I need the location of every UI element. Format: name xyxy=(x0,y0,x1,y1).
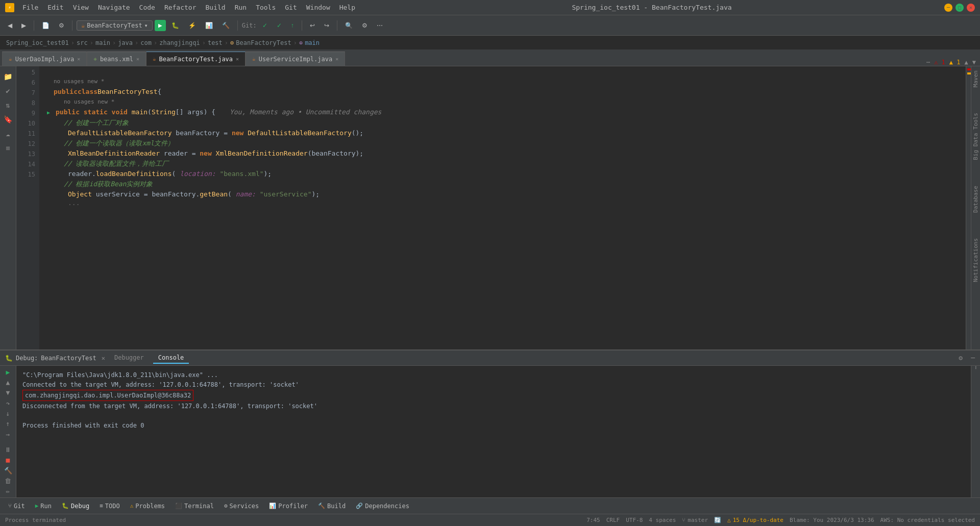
rebuild-btn[interactable]: 🔨 xyxy=(3,466,14,474)
run-tool-item[interactable]: ▶ Run xyxy=(31,502,56,511)
profiler-tool-item[interactable]: 📊 Profiler xyxy=(265,502,312,511)
redo-button[interactable]: ↪ xyxy=(321,20,333,31)
toolbar-settings[interactable]: ⚙ xyxy=(55,20,68,31)
tab-close-icon[interactable]: ✕ xyxy=(335,56,338,62)
tab-userserviceimpl[interactable]: ☕ UserServiceImpl.java ✕ xyxy=(246,52,345,66)
code-editor[interactable]: no usages new * public class BeanFactory… xyxy=(39,66,966,349)
status-encoding[interactable]: CRLF xyxy=(606,517,620,523)
debug-close-icon[interactable]: ✕ xyxy=(102,355,105,362)
menu-navigate[interactable]: Navigate xyxy=(94,3,134,12)
more-button[interactable]: ⋯ xyxy=(373,20,386,31)
menu-code[interactable]: Code xyxy=(135,3,159,12)
search-button[interactable]: 🔍 xyxy=(341,20,356,31)
step-out-btn[interactable]: ↑ xyxy=(3,420,14,428)
minimize-panel-icon[interactable]: ─ xyxy=(971,354,975,362)
breadcrumb-beanfactorytest[interactable]: BeanFactoryTest xyxy=(236,39,291,46)
scroll-down-icon[interactable]: ▼ xyxy=(972,59,976,66)
status-changes[interactable]: △ 15 Δ/up-to-date xyxy=(727,517,783,523)
build-button[interactable]: 🔨 xyxy=(218,20,233,31)
scroll-down-btn[interactable]: ▼ xyxy=(3,389,14,397)
breadcrumb-main[interactable]: main xyxy=(95,39,110,46)
build-tool-item[interactable]: 🔨 Build xyxy=(314,502,350,511)
dependencies-tool-item[interactable]: 🔗 Dependencies xyxy=(352,502,413,511)
run-to-cursor-btn[interactable]: → xyxy=(3,430,14,438)
commit-icon[interactable]: ✔ xyxy=(2,85,14,97)
step-into-btn[interactable]: ↓ xyxy=(3,409,14,417)
status-charset[interactable]: UTF-8 xyxy=(626,517,643,523)
code-content[interactable]: 5 6 7 8 9 10 11 12 13 14 15 xyxy=(16,66,966,349)
structure-icon[interactable]: ≡ xyxy=(2,142,14,154)
console-more-icon[interactable]: ⋯ xyxy=(972,366,979,369)
scroll-up-btn[interactable]: ▲ xyxy=(3,378,14,386)
breadcrumb-class[interactable]: ⊙ xyxy=(230,39,234,46)
notifications-label[interactable]: Notifications xyxy=(972,238,979,282)
tab-userdaoimpl[interactable]: ☕ UserDaoImpl.java ✕ xyxy=(2,52,87,66)
breadcrumb-project[interactable]: Spring_ioc_test01 xyxy=(6,39,69,46)
run-config-dropdown[interactable]: ☕ BeanFactoryTest ▾ xyxy=(77,20,153,31)
git-check2[interactable]: ✓ xyxy=(273,20,285,31)
problems-tool-item[interactable]: ⚠ Problems xyxy=(126,502,169,511)
console-output[interactable]: "C:\Program Files\Java\jdk1.8.0_211\bin\… xyxy=(16,366,971,497)
scroll-up-icon[interactable]: ▲ xyxy=(965,59,968,66)
close-button[interactable]: ✕ xyxy=(967,4,975,12)
delete-btn[interactable]: 🗑 xyxy=(3,477,14,485)
minimize-button[interactable]: ─ xyxy=(944,4,952,12)
menu-run[interactable]: Run xyxy=(231,3,251,12)
breadcrumb-method[interactable]: ⊕ xyxy=(299,39,303,46)
resume-button[interactable]: ▶ xyxy=(3,368,14,376)
tab-beanfactorytest[interactable]: ☕ BeanFactoryTest.java ✕ xyxy=(146,52,246,66)
status-vcs[interactable]: ⑂ master xyxy=(682,517,708,523)
status-aws[interactable]: AWS: No credentials selected xyxy=(880,517,975,523)
menu-refactor[interactable]: Refactor xyxy=(160,3,201,12)
menu-edit[interactable]: Edit xyxy=(43,3,67,12)
breadcrumb-main-method[interactable]: main xyxy=(305,39,320,46)
menu-window[interactable]: Window xyxy=(302,3,334,12)
coverage-button[interactable]: ⚡ xyxy=(185,20,200,31)
services-tool-item[interactable]: ⚙ Services xyxy=(220,502,263,511)
debug-tool-item[interactable]: 🐛 Debug xyxy=(58,502,93,511)
maven-label[interactable]: Maven xyxy=(972,70,979,87)
tab-close-icon[interactable]: ✕ xyxy=(136,56,139,62)
maximize-button[interactable]: □ xyxy=(955,4,964,12)
stop-btn[interactable]: ■ xyxy=(3,456,14,464)
debug-tab-debugger[interactable]: Debugger xyxy=(109,353,149,364)
debug-tab-console[interactable]: Console xyxy=(153,353,189,364)
menu-file[interactable]: File xyxy=(18,3,42,12)
menu-git[interactable]: Git xyxy=(281,3,301,12)
toolbar-back[interactable]: ◀ xyxy=(4,20,16,31)
tab-more-icon[interactable]: ⋯ xyxy=(926,59,930,66)
breadcrumb-test[interactable]: test xyxy=(208,39,223,46)
status-sync-icon[interactable]: 🔄 xyxy=(714,517,721,523)
project-icon[interactable]: 📁 xyxy=(2,70,14,83)
settings-button[interactable]: ⚙ xyxy=(358,20,371,31)
git-tool-item[interactable]: ⑂ Git xyxy=(4,502,29,511)
edit-btn[interactable]: ✏ xyxy=(3,487,14,495)
menu-view[interactable]: View xyxy=(69,3,93,12)
database-label[interactable]: Database xyxy=(972,186,979,213)
undo-button[interactable]: ↩ xyxy=(306,20,318,31)
tab-close-icon[interactable]: ✕ xyxy=(236,56,239,62)
aws-toolkit-icon[interactable]: ☁ xyxy=(2,128,14,140)
debug-run-button[interactable]: 🐛 xyxy=(168,20,183,31)
bookmarks-icon[interactable]: 🔖 xyxy=(2,113,14,126)
menu-tools[interactable]: Tools xyxy=(252,3,280,12)
pull-requests-icon[interactable]: ⇅ xyxy=(2,99,14,111)
settings-icon[interactable]: ⚙ xyxy=(959,354,963,362)
git-check[interactable]: ✓ xyxy=(259,20,271,31)
big-data-tools-label[interactable]: Big Data Tools xyxy=(972,113,979,160)
run-arrow-7[interactable]: ▶ xyxy=(47,110,50,115)
pause-btn[interactable]: ⏸ xyxy=(3,445,14,454)
toolbar-forward[interactable]: ▶ xyxy=(18,20,30,31)
menu-help[interactable]: Help xyxy=(335,3,359,12)
tab-close-icon[interactable]: ✕ xyxy=(77,56,80,62)
menu-build[interactable]: Build xyxy=(202,3,230,12)
step-over-btn[interactable]: ↷ xyxy=(3,399,14,407)
terminal-tool-item[interactable]: ⬛ Terminal xyxy=(171,502,218,511)
tab-beansxml[interactable]: ◈ beans.xml ✕ xyxy=(87,52,146,66)
todo-tool-item[interactable]: ≡ TODO xyxy=(95,502,124,511)
breadcrumb-com[interactable]: com xyxy=(140,39,152,46)
status-blame[interactable]: Blame: You 2023/6/3 13:36 xyxy=(790,517,874,523)
status-indent[interactable]: 4 spaces xyxy=(649,517,676,523)
git-push[interactable]: ↑ xyxy=(287,20,298,31)
breadcrumb-src[interactable]: src xyxy=(77,39,88,46)
